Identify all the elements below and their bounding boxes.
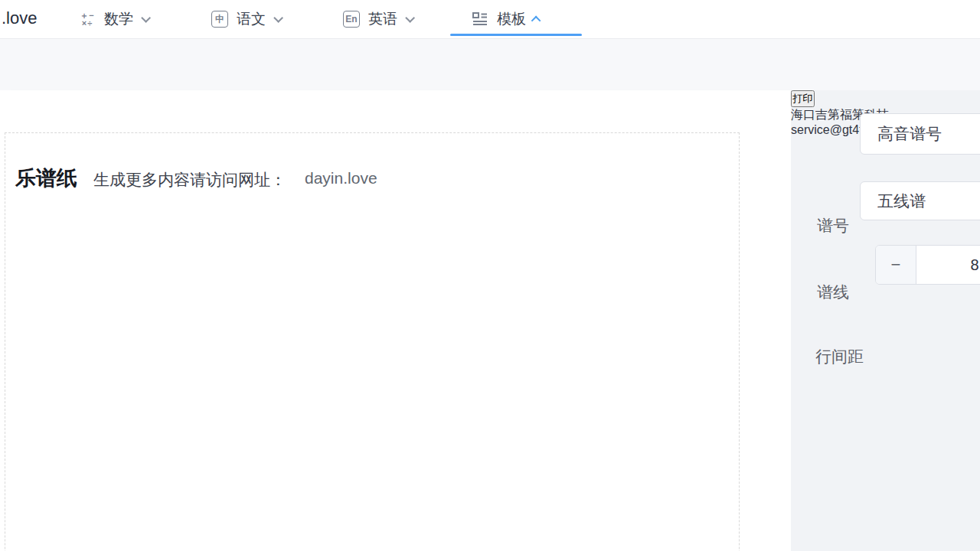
site-logo[interactable]: .love bbox=[2, 8, 37, 28]
page-title: 乐谱纸 bbox=[15, 165, 77, 192]
chevron-down-icon bbox=[141, 13, 151, 23]
clef-label: 谱号 bbox=[817, 215, 849, 236]
staff-lines-select[interactable]: 五线谱 bbox=[860, 181, 980, 220]
clef-select-value: 高音谱号 bbox=[877, 123, 942, 145]
chevron-down-icon bbox=[273, 13, 283, 23]
clef-select[interactable]: 高音谱号 bbox=[860, 113, 980, 155]
chevron-up-icon bbox=[531, 15, 541, 25]
english-icon: En bbox=[343, 11, 360, 28]
line-spacing-stepper: − 8 bbox=[875, 245, 980, 285]
active-tab-underline bbox=[450, 34, 582, 36]
nav-label-math: 数学 bbox=[104, 9, 133, 29]
print-area-border bbox=[5, 132, 740, 551]
nav-item-template[interactable]: 模板 bbox=[471, 0, 541, 38]
site-url-text: dayin.love bbox=[305, 169, 377, 187]
math-icon: ＋−×÷ bbox=[78, 10, 96, 28]
chinese-icon: 中 bbox=[211, 11, 228, 28]
staff-lines-label: 谱线 bbox=[817, 282, 849, 303]
top-nav-bar: .love ＋−×÷ 数学 中 语文 En 英语 模板 bbox=[0, 0, 980, 39]
line-spacing-label: 行间距 bbox=[815, 346, 864, 367]
toolbar-band bbox=[0, 39, 980, 90]
line-spacing-value[interactable]: 8 bbox=[916, 246, 980, 284]
staff-lines-select-value: 五线谱 bbox=[877, 191, 926, 212]
chevron-down-icon bbox=[405, 13, 415, 23]
page-subtitle: 生成更多内容请访问网址： bbox=[93, 169, 286, 191]
template-icon bbox=[471, 10, 489, 28]
decrease-button[interactable]: − bbox=[876, 246, 916, 284]
nav-label-english: 英语 bbox=[368, 9, 397, 29]
print-button[interactable]: 打印 bbox=[791, 90, 815, 107]
settings-panel: 谱号 高音谱号 谱线 五线谱 行间距 − 8 打印 海口吉第福第科技 servi… bbox=[791, 90, 980, 551]
nav-item-chinese[interactable]: 中 语文 bbox=[211, 0, 280, 38]
nav-item-math[interactable]: ＋−×÷ 数学 bbox=[78, 0, 148, 38]
nav-item-english[interactable]: En 英语 bbox=[342, 0, 412, 38]
nav-label-template: 模板 bbox=[497, 9, 526, 29]
paper-preview: 乐谱纸 生成更多内容请访问网址： dayin.love bbox=[0, 90, 791, 551]
nav-label-chinese: 语文 bbox=[237, 9, 266, 29]
